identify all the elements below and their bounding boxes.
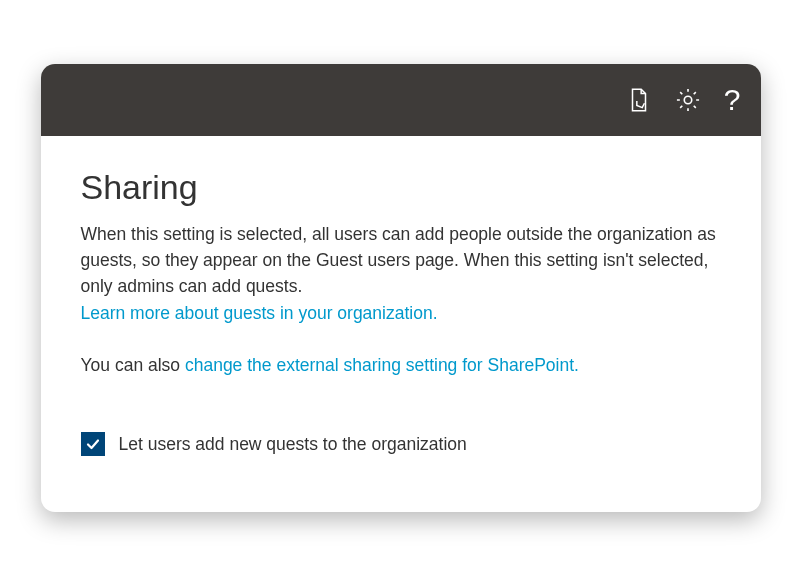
gear-icon[interactable] xyxy=(674,86,702,114)
sharepoint-link[interactable]: change the external sharing setting for … xyxy=(185,355,579,375)
page-title: Sharing xyxy=(81,168,721,207)
checkbox-row: Let users add new quests to the organiza… xyxy=(81,432,721,456)
svg-point-0 xyxy=(684,96,691,103)
titlebar: ? xyxy=(41,64,761,136)
description-body: When this setting is selected, all users… xyxy=(81,224,716,297)
checkbox-label: Let users add new quests to the organiza… xyxy=(119,434,467,455)
description-text: When this setting is selected, all users… xyxy=(81,221,721,326)
second-para-prefix: You can also xyxy=(81,355,185,375)
content-area: Sharing When this setting is selected, a… xyxy=(41,136,761,512)
settings-card: ? Sharing When this setting is selected,… xyxy=(41,64,761,512)
allow-guests-checkbox[interactable] xyxy=(81,432,105,456)
sharepoint-paragraph: You can also change the external sharing… xyxy=(81,352,721,378)
document-touch-icon[interactable] xyxy=(626,87,652,113)
learn-more-link[interactable]: Learn more about guests in your organiza… xyxy=(81,303,438,323)
help-icon[interactable]: ? xyxy=(724,85,741,115)
